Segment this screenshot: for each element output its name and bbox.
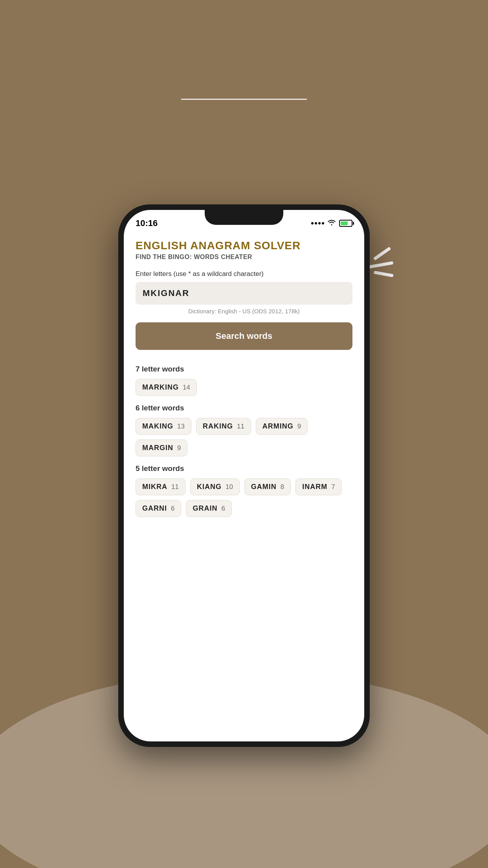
signal-dot-4 — [322, 222, 324, 224]
wifi-icon — [327, 219, 336, 228]
phone-screen: 10:16 — [124, 210, 364, 741]
word-chip-text-2-0: MIKRA — [142, 483, 167, 491]
section-header-1: 6 letter words — [136, 404, 352, 412]
phone-frame: 10:16 — [118, 204, 370, 747]
status-time: 10:16 — [136, 218, 158, 228]
word-chip-1-2[interactable]: ARMING9 — [256, 418, 308, 435]
word-chip-score-1-2: 9 — [297, 423, 301, 430]
word-chip-score-2-1: 10 — [226, 483, 233, 491]
search-words-button[interactable]: Search words — [136, 322, 352, 350]
word-chip-text-2-4: GARNI — [142, 504, 167, 513]
word-chip-score-2-5: 6 — [221, 505, 225, 513]
battery-icon — [339, 220, 352, 227]
section-header-0: 7 letter words — [136, 365, 352, 373]
word-chips-2: MIKRA11KIANG10GAMIN8INARM7GARNI6GRAIN6 — [136, 478, 352, 517]
section-0: 7 letter wordsMARKING14 — [136, 365, 352, 396]
word-chip-score-1-1: 11 — [237, 423, 244, 430]
word-chips-0: MARKING14 — [136, 379, 352, 396]
signal-dot-2 — [315, 222, 317, 224]
word-chip-text-1-2: ARMING — [262, 422, 294, 430]
word-chip-score-1-3: 9 — [177, 444, 181, 452]
letter-input[interactable] — [136, 282, 352, 305]
section-2: 5 letter wordsMIKRA11KIANG10GAMIN8INARM7… — [136, 464, 352, 517]
word-chip-score-2-0: 11 — [171, 483, 179, 491]
phone-container: 10:16 — [118, 204, 370, 747]
signal-icon — [311, 222, 324, 224]
sparkle-line-2 — [368, 261, 393, 268]
word-chip-score-2-2: 8 — [281, 483, 284, 491]
app-content: ENGLISH ANAGRAM SOLVER FIND THE BINGO: W… — [124, 232, 364, 741]
word-chip-text-1-1: RAKING — [203, 422, 233, 430]
word-chip-1-0[interactable]: MAKING13 — [136, 418, 191, 435]
word-chip-2-5[interactable]: GRAIN6 — [186, 500, 231, 517]
app-subtitle-line: FIND THE BINGO: WORDS CHEATER — [136, 254, 352, 261]
status-icons — [311, 219, 352, 228]
word-chip-text-2-1: KIANG — [197, 483, 222, 491]
word-chip-text-2-3: INARM — [302, 483, 327, 491]
word-chip-2-2[interactable]: GAMIN8 — [244, 478, 291, 495]
word-chip-score-2-4: 6 — [171, 505, 174, 513]
word-chip-text-1-3: MARGIN — [142, 444, 173, 452]
results-container: 7 letter wordsMARKING146 letter wordsMAK… — [136, 365, 352, 517]
section-1: 6 letter wordsMAKING13RAKING11ARMING9MAR… — [136, 404, 352, 456]
word-chip-text-1-0: MAKING — [142, 422, 173, 430]
word-chip-2-1[interactable]: KIANG10 — [190, 478, 240, 495]
word-chip-2-0[interactable]: MIKRA11 — [136, 478, 185, 495]
word-chip-2-4[interactable]: GARNI6 — [136, 500, 181, 517]
word-chip-1-3[interactable]: MARGIN9 — [136, 440, 187, 456]
signal-dot-1 — [311, 222, 314, 224]
app-title: ENGLISH ANAGRAM SOLVER — [136, 239, 352, 252]
word-chip-score-1-0: 13 — [177, 423, 185, 430]
word-chip-2-3[interactable]: INARM7 — [295, 478, 341, 495]
word-chip-0-0[interactable]: MARKING14 — [136, 379, 197, 396]
word-chip-text-2-5: GRAIN — [193, 504, 217, 513]
word-chip-1-1[interactable]: RAKING11 — [196, 418, 251, 435]
word-chips-1: MAKING13RAKING11ARMING9MARGIN9 — [136, 418, 352, 456]
word-chip-score-0-0: 14 — [183, 384, 190, 392]
input-label: Enter letters (use * as a wildcard chara… — [136, 270, 352, 278]
word-chip-score-2-3: 7 — [331, 483, 335, 491]
battery-fill — [341, 221, 348, 225]
word-chip-text-0-0: MARKING — [142, 383, 179, 392]
signal-dot-3 — [318, 222, 321, 224]
section-header-2: 5 letter words — [136, 464, 352, 473]
word-chip-text-2-2: GAMIN — [251, 483, 277, 491]
dictionary-info: Dictionary: English - US (ODS 2012, 178k… — [136, 308, 352, 314]
phone-notch — [205, 210, 283, 225]
divider — [181, 99, 307, 100]
